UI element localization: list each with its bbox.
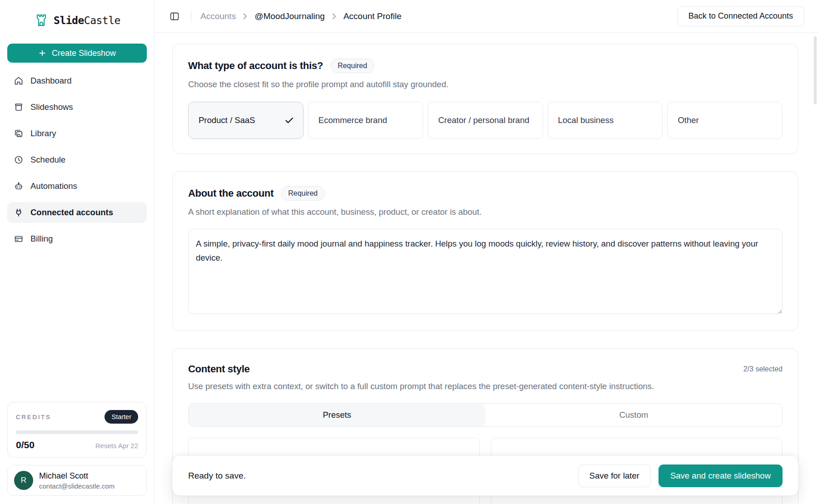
type-option-local-business[interactable]: Local business [548, 102, 663, 139]
logo-bold-part: Slide [54, 15, 84, 26]
create-slideshow-button[interactable]: Create Slideshow [7, 44, 147, 63]
breadcrumb-account-handle[interactable]: @MoodJournaling [254, 11, 325, 21]
sidebar-toggle-button[interactable] [167, 9, 182, 24]
credits-card: CREDITS Starter 0/50 Resets Apr 22 [7, 402, 147, 458]
sidebar-item-label: Dashboard [30, 76, 72, 86]
check-icon [285, 118, 293, 124]
plug-icon [14, 208, 24, 217]
library-icon [14, 128, 24, 138]
type-option-product-saas[interactable]: Product / SaaS [188, 102, 304, 139]
scrollbar-thumb[interactable] [814, 36, 817, 104]
required-badge: Required [281, 186, 325, 201]
sidebar-item-connected-accounts[interactable]: Connected accounts [7, 202, 147, 223]
sidebar-nav: Dashboard Slideshows [7, 70, 147, 249]
sidebar-item-label: Billing [30, 234, 53, 244]
home-icon [14, 76, 24, 86]
about-account-title: About the account [188, 188, 274, 199]
tab-custom[interactable]: Custom [485, 404, 782, 426]
top-bar: Accounts @MoodJournaling Account Profile… [155, 0, 818, 33]
type-option-ecommerce-brand[interactable]: Ecommerce brand [308, 102, 424, 139]
clock-icon [14, 155, 24, 165]
type-option-label: Product / SaaS [199, 115, 255, 126]
plus-icon [38, 49, 46, 57]
user-name: Michael Scott [39, 471, 115, 481]
main-area: Accounts @MoodJournaling Account Profile… [155, 0, 818, 504]
presets-selected-count: 2/3 selected [743, 365, 783, 373]
breadcrumb-account-profile: Account Profile [344, 11, 402, 21]
type-option-label: Local business [558, 115, 614, 126]
sidebar-item-label: Connected accounts [30, 208, 113, 217]
app-title: SlideCastle [54, 15, 120, 26]
save-status-text: Ready to save. [188, 471, 246, 481]
content-style-mode-switch: Presets Custom [188, 403, 783, 427]
app-window: SlideCastle Create Slideshow Dashboard [0, 0, 818, 504]
sidebar-item-label: Slideshows [30, 102, 73, 112]
tab-presets[interactable]: Presets [189, 404, 485, 426]
page-content: What type of account is this? Required C… [155, 33, 818, 504]
robot-icon [14, 181, 24, 191]
breadcrumb: Accounts @MoodJournaling Account Profile [200, 11, 401, 21]
user-profile-card[interactable]: R Michael Scott contact@slidecastle.com [7, 465, 147, 496]
sidebar-item-library[interactable]: Library [7, 123, 147, 144]
credits-label: CREDITS [16, 414, 51, 420]
breadcrumb-accounts[interactable]: Accounts [200, 11, 236, 21]
account-type-title: What type of account is this? [188, 60, 323, 72]
save-and-create-slideshow-button[interactable]: Save and create slideshow [658, 464, 783, 487]
sidebar-item-dashboard[interactable]: Dashboard [7, 70, 147, 91]
credits-used-value: 0/50 [16, 440, 35, 450]
sidebar-spacer [7, 249, 147, 402]
sidebar-item-label: Automations [30, 181, 77, 191]
app-logo: SlideCastle [7, 11, 147, 30]
type-option-other[interactable]: Other [667, 102, 783, 139]
account-type-subtitle: Choose the closest fit so the profile pr… [188, 79, 783, 89]
credit-card-icon [14, 234, 24, 244]
content-style-subtitle: Use presets with extra context, or switc… [188, 381, 783, 391]
user-info: Michael Scott contact@slidecastle.com [39, 471, 115, 490]
about-account-card: About the account Required A short expla… [172, 171, 798, 331]
user-email: contact@slidecastle.com [39, 482, 115, 490]
sidebar-item-billing[interactable]: Billing [7, 228, 147, 249]
about-account-textarea[interactable]: A simple, privacy-first daily mood journ… [188, 229, 783, 314]
save-bar: Ready to save. Save for later Save and c… [172, 455, 798, 496]
back-to-connected-accounts-button[interactable]: Back to Connected Accounts [677, 6, 804, 26]
sidebar: SlideCastle Create Slideshow Dashboard [0, 0, 155, 504]
sidebar-item-label: Library [30, 128, 56, 138]
avatar: R [14, 471, 33, 490]
sidebar-item-automations[interactable]: Automations [7, 176, 147, 197]
type-option-label: Ecommerce brand [319, 115, 387, 126]
chevron-right-icon [332, 13, 336, 20]
topbar-divider [191, 10, 191, 22]
account-type-card: What type of account is this? Required C… [172, 44, 798, 154]
account-type-options: Product / SaaS Ecommerce brand Creator /… [188, 102, 783, 139]
sidebar-item-label: Schedule [30, 155, 65, 165]
sidebar-item-schedule[interactable]: Schedule [7, 149, 147, 170]
type-option-label: Other [678, 115, 698, 126]
plan-badge: Starter [105, 410, 138, 424]
logo-regular-part: Castle [84, 15, 120, 26]
chevron-right-icon [243, 13, 247, 20]
type-option-creator-personal-brand[interactable]: Creator / personal brand [428, 102, 543, 139]
castle-logo-icon [34, 13, 49, 28]
sidebar-item-slideshows[interactable]: Slideshows [7, 97, 147, 118]
about-account-subtitle: A short explanation of what this account… [188, 207, 783, 217]
content-style-title: Content style [188, 363, 249, 375]
type-option-label: Creator / personal brand [438, 115, 529, 126]
credits-progress-bar [16, 430, 138, 434]
panel-toggle-icon [169, 11, 180, 22]
slideshow-icon [14, 102, 24, 112]
save-for-later-button[interactable]: Save for later [578, 464, 651, 487]
create-slideshow-label: Create Slideshow [52, 49, 116, 58]
credits-reset-date: Resets Apr 22 [95, 442, 138, 450]
required-badge: Required [330, 59, 374, 73]
